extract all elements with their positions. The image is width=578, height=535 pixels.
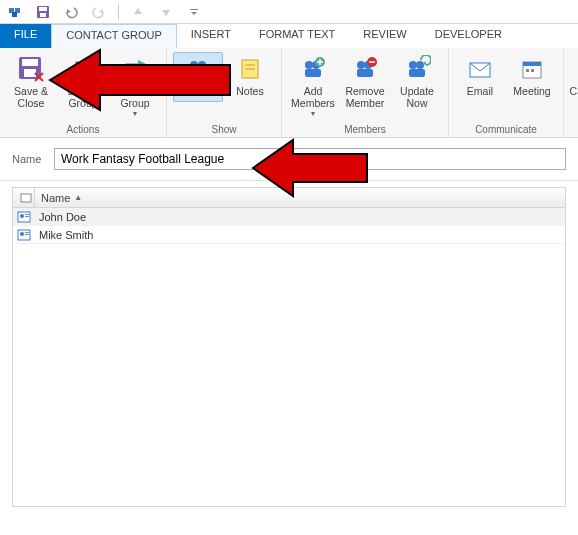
group-label-members: Members	[288, 124, 442, 137]
delete-group-label: Delete Group	[68, 86, 98, 109]
tab-insert[interactable]: INSERT	[177, 24, 245, 48]
group-label-actions: Actions	[6, 124, 160, 137]
member-name: John Doe	[35, 211, 565, 223]
svg-point-21	[357, 61, 365, 69]
list-row[interactable]: Mike Smith	[13, 226, 565, 244]
update-now-label: Update Now	[400, 86, 434, 109]
chevron-down-icon: ▼	[310, 110, 317, 117]
sort-asc-icon: ▲	[74, 193, 82, 202]
group-name-input[interactable]	[54, 148, 566, 170]
categorize-label: Categorize	[570, 86, 578, 98]
forward-group-label: Forward Group	[116, 86, 155, 109]
meeting-button[interactable]: Meeting	[507, 52, 557, 100]
remove-member-button[interactable]: Remove Member	[340, 52, 390, 119]
svg-point-17	[305, 61, 313, 69]
email-button[interactable]: Email	[455, 52, 505, 100]
group-label-show: Show	[173, 124, 275, 137]
ribbon-group-tags: Categorize ▼	[564, 48, 578, 137]
ribbon-group-actions: Save & Close Delete Group Forward Group …	[0, 48, 167, 137]
svg-rect-31	[526, 69, 529, 72]
save-icon[interactable]	[34, 3, 52, 21]
members-label: Members	[176, 87, 220, 99]
redo-icon[interactable]	[90, 3, 108, 21]
svg-rect-30	[523, 62, 541, 66]
delete-group-button[interactable]: Delete Group	[58, 52, 108, 119]
list-row[interactable]: John Doe	[13, 208, 565, 226]
svg-rect-8	[22, 59, 38, 66]
svg-point-39	[20, 214, 24, 218]
update-now-icon	[402, 54, 432, 84]
separator	[118, 4, 119, 20]
remove-member-label: Remove Member	[345, 86, 384, 109]
undo-icon[interactable]	[62, 3, 80, 21]
add-members-label: Add Members	[291, 86, 335, 109]
tab-format-text[interactable]: FORMAT TEXT	[245, 24, 349, 48]
notes-label: Notes	[236, 86, 263, 98]
quick-access-toolbar	[0, 0, 578, 24]
svg-rect-32	[531, 69, 534, 72]
name-label: Name	[12, 153, 54, 165]
svg-rect-9	[24, 69, 36, 77]
ribbon-group-communicate: Email Meeting Communicate	[449, 48, 564, 137]
update-now-button[interactable]: Update Now	[392, 52, 442, 119]
save-close-icon	[16, 54, 46, 84]
email-icon	[465, 54, 495, 84]
ribbon-group-show: Members Notes Show	[167, 48, 282, 137]
remove-member-icon	[350, 54, 380, 84]
svg-point-26	[416, 61, 424, 69]
group-label-tags	[570, 135, 578, 137]
add-members-icon	[298, 54, 328, 84]
group-icon[interactable]	[6, 3, 24, 21]
svg-point-25	[409, 61, 417, 69]
svg-rect-13	[190, 69, 206, 78]
member-list[interactable]: Name ▲ John Doe Mike Smith	[12, 187, 566, 507]
svg-rect-19	[305, 69, 321, 77]
svg-point-12	[198, 61, 206, 69]
svg-rect-5	[40, 13, 46, 17]
down-icon[interactable]	[157, 3, 175, 21]
tab-contact-group[interactable]: CONTACT GROUP	[51, 24, 177, 48]
tab-review[interactable]: REVIEW	[349, 24, 420, 48]
svg-rect-27	[409, 69, 425, 77]
save-close-label: Save & Close	[14, 86, 48, 109]
customize-qat-icon[interactable]	[185, 3, 203, 21]
svg-point-11	[190, 61, 198, 69]
svg-rect-4	[39, 7, 47, 11]
svg-rect-40	[25, 214, 29, 215]
svg-rect-41	[25, 216, 29, 217]
list-header-icon-col[interactable]	[13, 188, 35, 207]
svg-rect-6	[190, 9, 198, 10]
meeting-label: Meeting	[513, 86, 550, 98]
notes-button[interactable]: Notes	[225, 52, 275, 102]
tab-developer[interactable]: DEVELOPER	[421, 24, 516, 48]
list-header-name-col[interactable]: Name ▲	[35, 192, 565, 204]
members-button[interactable]: Members	[173, 52, 223, 102]
svg-point-43	[20, 232, 24, 236]
tab-file[interactable]: FILE	[0, 24, 51, 48]
name-row: Name	[0, 138, 578, 181]
delete-icon	[68, 54, 98, 84]
up-icon[interactable]	[129, 3, 147, 21]
svg-rect-23	[357, 69, 373, 77]
svg-rect-44	[25, 232, 29, 233]
ribbon-group-members: Add Members ▼ Remove Member Update Now M…	[282, 48, 449, 137]
svg-rect-45	[25, 234, 29, 235]
save-close-button[interactable]: Save & Close	[6, 52, 56, 119]
email-label: Email	[467, 86, 493, 98]
list-header-name-label: Name	[41, 192, 70, 204]
forward-group-button[interactable]: Forward Group ▼	[110, 52, 160, 119]
members-icon	[183, 55, 213, 85]
add-members-button[interactable]: Add Members ▼	[288, 52, 338, 119]
group-label-communicate: Communicate	[455, 124, 557, 137]
contact-icon	[17, 211, 31, 223]
meeting-icon	[517, 54, 547, 84]
list-header: Name ▲	[13, 188, 565, 208]
notes-icon	[235, 54, 265, 84]
svg-rect-37	[21, 194, 31, 202]
member-name: Mike Smith	[35, 229, 565, 241]
chevron-down-icon: ▼	[132, 110, 139, 117]
forward-icon	[120, 54, 150, 84]
categorize-button[interactable]: Categorize ▼	[570, 52, 578, 108]
ribbon-tabs: FILE CONTACT GROUP INSERT FORMAT TEXT RE…	[0, 24, 578, 48]
contact-icon	[17, 229, 31, 241]
